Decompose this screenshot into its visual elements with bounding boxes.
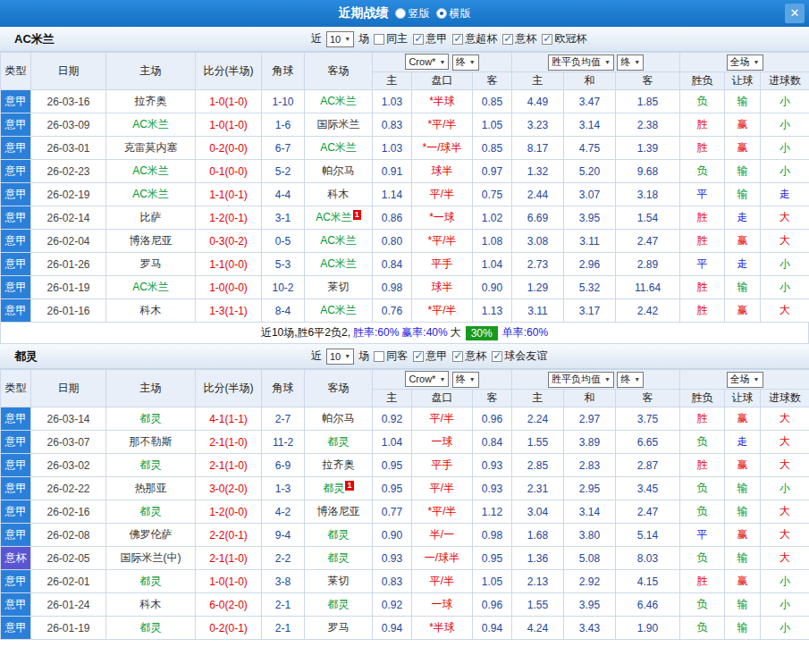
filter-checkbox[interactable]: 球会友谊 [492, 349, 547, 364]
rank-badge: 1 [353, 210, 361, 220]
col-odds-away: 客 [473, 390, 512, 407]
let-result-cell: 赢 [725, 299, 761, 323]
team-name: AC米兰 [320, 234, 357, 247]
handicap-cell: 半/一 [412, 524, 473, 547]
col-home: 主场 [106, 53, 196, 90]
chevron-down-icon: ▼ [439, 59, 445, 65]
match-type-cell: 意甲 [1, 183, 31, 206]
select-value: 胜平负均值 [552, 55, 601, 69]
filter-checkboxes: 同主意甲意超杯意杯欧冠杯 [374, 31, 586, 46]
filter-suffix: 场 [358, 31, 369, 46]
avg-final-select[interactable]: 终▼ [617, 372, 644, 388]
goals-cell: 走 [761, 183, 809, 206]
avg-home-cell: 1.36 [512, 547, 564, 570]
away-team-cell: AC米兰 [305, 299, 373, 323]
checkbox-checked-icon [452, 34, 463, 45]
team-name: AC米兰 [320, 141, 357, 154]
checkbox-label: 欧冠杯 [554, 31, 586, 46]
col-result: 胜负 [680, 72, 725, 90]
filter-checkbox[interactable]: 意超杯 [452, 31, 497, 46]
avg-final-select[interactable]: 终▼ [617, 55, 644, 71]
goals-cell: 小 [761, 253, 809, 276]
summary-part: 胜率:60% [353, 325, 399, 340]
filter-checkbox[interactable]: 意杯 [452, 349, 486, 364]
goals-cell: 小 [761, 617, 809, 640]
odds-final-select[interactable]: 终▼ [452, 372, 479, 388]
let-result-cell: 输 [725, 500, 761, 524]
summary-part: 单率:60% [502, 325, 548, 340]
odds-source-select[interactable]: Crow*▼ [405, 371, 449, 387]
date-cell: 26-03-07 [31, 431, 106, 454]
odds-away-cell: 0.93 [473, 477, 512, 500]
away-team-cell: 拉齐奥 [305, 454, 373, 477]
avg-source-select[interactable]: 胜平负均值▼ [548, 372, 614, 388]
goals-cell: 大 [761, 407, 809, 431]
close-button[interactable]: ✕ [785, 4, 805, 23]
handicap-cell: *平/半 [412, 113, 473, 137]
filter-checkbox[interactable]: 意甲 [413, 31, 447, 46]
title-bar: 近期战绩 竖版 横版 ✕ [0, 0, 809, 27]
odds-source-select[interactable]: Crow*▼ [405, 54, 449, 70]
result-cell: 负 [680, 593, 725, 617]
date-cell: 26-02-04 [31, 230, 106, 253]
let-result-cell: 输 [725, 593, 761, 617]
filter-prefix: 近 [311, 31, 322, 46]
col-date: 日期 [31, 370, 106, 407]
corner-cell: 2-2 [262, 547, 305, 570]
checkbox-checked-icon [413, 34, 424, 45]
date-cell: 26-02-22 [31, 477, 106, 500]
team-name: 帕尔马 [323, 164, 355, 177]
col-handicap: 盘口 [412, 72, 473, 90]
result-cell: 平 [680, 524, 725, 547]
odds-home-cell: 0.95 [373, 477, 412, 500]
radio-horizontal-layout[interactable]: 横版 [436, 6, 471, 21]
away-team-cell: 科木 [305, 183, 373, 206]
match-row: 意甲26-02-14比萨1-2(0-1)3-1AC米兰10.86*一球1.026… [1, 206, 809, 230]
away-team-cell: 都灵 [305, 593, 373, 617]
score-cell: 1-3(1-1) [196, 299, 262, 323]
page-title: 近期战绩 [339, 5, 389, 21]
team-name: AC米兰 [132, 281, 169, 293]
filter-checkbox[interactable]: 同主 [374, 31, 408, 46]
select-value: 终 [620, 373, 630, 386]
away-team-cell: AC米兰 [305, 90, 373, 113]
col-handicap: 盘口 [412, 390, 473, 407]
match-row: 意甲26-01-19都灵0-2(0-1)2-1罗马0.94*半球0.944.24… [1, 617, 809, 640]
odds-group-header: Crow*▼ 终▼ [373, 53, 512, 72]
matches-table: 类型 日期 主场 比分(半场) 角球 客场 Crow*▼ 终▼ 胜平负均值▼ 终… [0, 369, 809, 640]
score-cell: 2-1(1-0) [196, 547, 262, 570]
radio-vertical-layout[interactable]: 竖版 [395, 6, 430, 21]
result-cell: 胜 [680, 113, 725, 137]
odds-away-cell: 0.75 [473, 183, 512, 206]
odds-home-cell: 0.93 [373, 547, 412, 570]
col-avg-home: 主 [512, 72, 564, 90]
odds-final-select[interactable]: 终▼ [452, 55, 479, 71]
filter-checkbox[interactable]: 同客 [374, 349, 408, 364]
avg-source-select[interactable]: 胜平负均值▼ [548, 55, 614, 71]
select-value: Crow* [409, 374, 435, 384]
select-value: 10 [330, 351, 341, 362]
match-type-cell: 意甲 [1, 593, 31, 617]
match-row: 意甲26-03-14都灵4-1(1-1)2-7帕尔马0.92平/半0.962.2… [1, 407, 809, 431]
match-count-select[interactable]: 10 ▼ [326, 349, 354, 365]
filter-checkbox[interactable]: 意甲 [413, 349, 447, 364]
let-result-cell: 走 [725, 206, 761, 230]
home-team-cell: 罗马 [106, 253, 196, 276]
match-row: 意甲26-03-02都灵2-1(1-0)6-9拉齐奥0.95平手0.932.85… [1, 454, 809, 477]
scope-select[interactable]: 全场▼ [727, 372, 763, 388]
odds-away-cell: 0.85 [473, 90, 512, 113]
home-team-cell: 热那亚 [106, 477, 196, 500]
filter-checkbox[interactable]: 意杯 [502, 31, 536, 46]
filter-checkbox[interactable]: 欧冠杯 [542, 31, 586, 46]
match-count-select[interactable]: 10 ▼ [326, 31, 354, 47]
match-type-cell: 意甲 [1, 524, 31, 547]
match-row: 意甲26-01-24科木6-0(2-0)2-1都灵0.92一球0.961.553… [1, 593, 809, 617]
match-type-cell: 意甲 [1, 160, 31, 183]
away-team-cell: 莱切 [305, 276, 373, 299]
checkbox-unchecked-icon [374, 34, 384, 45]
checkbox-checked-icon [502, 34, 513, 45]
summary-row: 近10场,胜6平2负2, 胜率:60% 赢率:40% 大 30% 单率:60% [0, 323, 809, 344]
checkbox-label: 意甲 [426, 349, 447, 364]
score-cell: 3-0(2-0) [196, 477, 262, 500]
scope-select[interactable]: 全场▼ [727, 55, 763, 71]
